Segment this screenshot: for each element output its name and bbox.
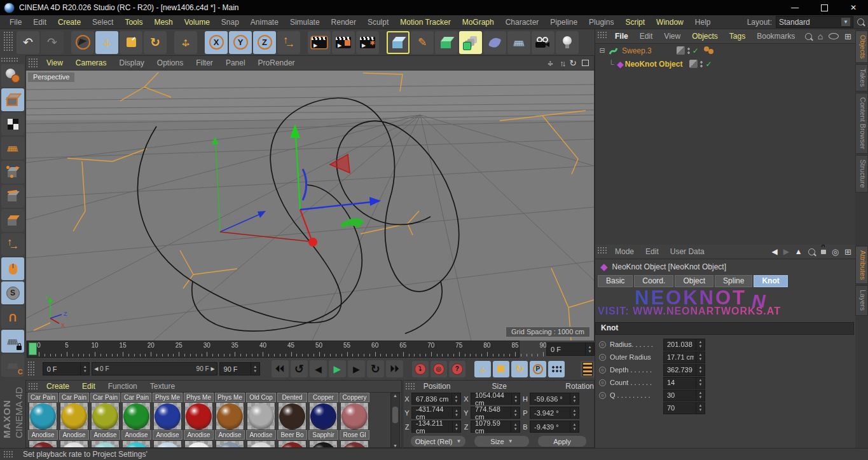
viewport-menu-item[interactable]: Filter [189, 58, 219, 67]
timeline-ruler[interactable]: 051015202530354045505560657075808590 [27, 341, 520, 358]
layer-tag[interactable] [689, 60, 698, 68]
stepper-icon[interactable]: ▲▼ [511, 421, 520, 432]
eye-icon[interactable] [829, 33, 839, 39]
material-thumbnail[interactable] [278, 402, 307, 430]
material-item[interactable]: Phys MeAnodise [183, 393, 214, 440]
workplane-lock-button[interactable]: ▦ [1, 330, 24, 353]
material-thumbnail[interactable] [340, 402, 369, 430]
material-menu-item[interactable]: Create [40, 382, 76, 391]
range-end-field[interactable]: 90 F▲▼ [219, 362, 260, 375]
object-tags[interactable] [704, 46, 718, 56]
key-pla-button[interactable] [548, 361, 565, 377]
material-item[interactable]: Car PainAnodise [27, 393, 59, 440]
enabled-check-icon[interactable]: ✓ [692, 46, 699, 55]
keyframe-selection-button[interactable]: ? [449, 361, 465, 377]
menu-item[interactable]: Volume [179, 18, 216, 27]
material-thumbnail[interactable] [122, 402, 151, 430]
material-thumbnail[interactable] [29, 440, 57, 448]
play-forwards-button[interactable]: ↻ [367, 360, 384, 377]
position-input[interactable]: -431.744 cm▲▼ [411, 407, 461, 419]
rotate-tool[interactable]: ↻ [144, 31, 167, 54]
viewport-menu-item[interactable]: Display [113, 58, 150, 67]
key-parameter-button[interactable]: P [530, 361, 546, 377]
move-tool[interactable]: ↔↕ [95, 31, 118, 54]
stepper-icon[interactable]: ▲▼ [696, 390, 705, 401]
position-mode-dropdown[interactable]: Object (Rel)▼ [411, 436, 465, 447]
material-thumbnail[interactable] [247, 402, 275, 430]
material-thumbnail[interactable] [60, 440, 88, 448]
stepper-icon[interactable]: ▲▼ [696, 339, 705, 350]
material-item[interactable]: CopperyRose Gl [339, 393, 370, 440]
material-thumbnail[interactable] [184, 402, 213, 430]
target-icon[interactable]: ◎ [832, 247, 839, 257]
side-tab-attributes[interactable]: Attributes [855, 246, 868, 284]
parameter-input[interactable]: 201.038 cm▲▼ [663, 339, 705, 351]
material-item[interactable] [90, 440, 121, 448]
material-thumbnail[interactable] [153, 440, 182, 448]
last-tool[interactable]: ↔↕ [174, 31, 197, 54]
material-item[interactable] [277, 440, 308, 448]
search-icon[interactable] [805, 33, 812, 40]
tab-knot[interactable]: Knot [754, 275, 787, 287]
viewport-rotate-icon[interactable]: ↻ [569, 58, 577, 68]
material-item[interactable]: Car PainAnodise [59, 393, 90, 440]
undo-button[interactable]: ↶ [17, 31, 39, 54]
keyframe-radio-icon[interactable] [599, 341, 606, 348]
minimize-button[interactable]: — [780, 0, 809, 15]
menu-item[interactable]: Snap [216, 18, 245, 27]
material-thumbnail[interactable] [29, 402, 57, 430]
z-axis-lock[interactable]: Z [253, 31, 276, 54]
material-item[interactable]: Old CopAnodise [245, 393, 277, 440]
position-input[interactable]: -134.211 cm▲▼ [411, 421, 461, 433]
material-thumbnail[interactable] [122, 440, 151, 448]
position-field[interactable]: -431.744 cm▲▼ [411, 407, 461, 419]
material-thumbnail[interactable] [60, 402, 88, 430]
key-scale-button[interactable] [493, 361, 509, 377]
render-view-button[interactable] [308, 31, 331, 54]
material-thumbnail[interactable] [278, 440, 307, 448]
menu-item[interactable]: Character [500, 18, 545, 27]
material-item[interactable] [152, 440, 183, 448]
edges-mode-button[interactable] [1, 185, 24, 208]
material-scrollbar[interactable]: ▲▼ [390, 393, 400, 448]
tab-spline[interactable]: Spline [715, 275, 752, 287]
material-item[interactable]: Car PainAnodise [121, 393, 152, 440]
side-tab-takes[interactable]: Takes [855, 64, 868, 91]
menu-item[interactable]: Select [86, 18, 119, 27]
parameter-input[interactable]: 30▲▼ [663, 389, 705, 402]
search-icon[interactable] [857, 18, 864, 25]
keyframe-radio-icon[interactable] [599, 392, 606, 399]
viewport-menu-item[interactable]: Options [151, 58, 189, 67]
toolbar-grip[interactable] [3, 30, 13, 52]
position-input[interactable]: 67.836 cm▲▼ [411, 393, 461, 405]
object-manager-menu-item[interactable]: View [658, 32, 686, 41]
current-frame-field[interactable]: 0 F▲▼ [546, 342, 595, 356]
coordinate-system-button[interactable] [277, 31, 300, 54]
side-tab-content-browser[interactable]: Content Browser [855, 93, 868, 154]
knot-section-header[interactable]: Knot [595, 322, 854, 335]
stepper-icon[interactable]: ▲▼ [511, 407, 520, 418]
tab-coord[interactable]: Coord. [634, 275, 673, 287]
add-deformer-button[interactable] [483, 31, 506, 54]
key-rotation-button[interactable]: ↻ [511, 361, 528, 377]
size-input[interactable]: 1054.044 cm▲▼ [471, 393, 520, 405]
menu-item[interactable]: Render [326, 18, 362, 27]
menu-item[interactable]: Animate [245, 18, 284, 27]
viewport-zoom-icon[interactable]: ↑↓ [560, 58, 564, 68]
transport-grip[interactable] [27, 360, 36, 375]
left-toolbar-grip[interactable] [0, 57, 19, 62]
object-manager-grip[interactable] [596, 30, 607, 39]
object-manager-menu-item[interactable]: Bookmarks [751, 32, 801, 41]
parameter-input[interactable]: 14▲▼ [663, 377, 705, 389]
keyframe-radio-icon[interactable] [599, 367, 606, 374]
render-picture-viewer-button[interactable] [332, 31, 355, 54]
keyframe-radio-icon[interactable] [599, 379, 606, 386]
viewport-canvas[interactable]: Y X Z Perspective Grid Spacing : 1000 cm [26, 71, 594, 341]
viewport-menu-item[interactable]: Cameras [69, 58, 113, 67]
menu-item[interactable]: Help [689, 18, 717, 27]
material-item[interactable] [59, 440, 90, 448]
menu-item[interactable]: MoGraph [457, 18, 500, 27]
add-camera-button[interactable] [532, 31, 555, 54]
snap-button[interactable]: S [1, 281, 24, 304]
size-mode-dropdown[interactable]: Size▼ [474, 436, 529, 447]
